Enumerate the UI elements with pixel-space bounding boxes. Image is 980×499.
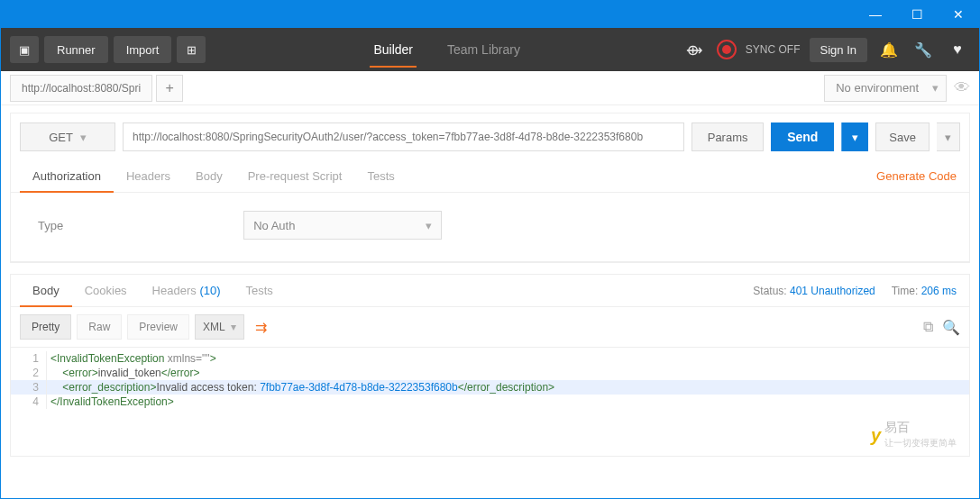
tab-strip: http://localhost:8080/Spri + No environm… bbox=[1, 71, 979, 105]
save-button[interactable]: Save bbox=[875, 122, 930, 151]
send-dropdown[interactable]: ▾ bbox=[841, 122, 868, 151]
new-tab-icon: ⊞ bbox=[187, 43, 197, 57]
tab-prerequest[interactable]: Pre-request Script bbox=[235, 160, 355, 192]
request-row: GET ▾ Params Send ▾ Save ▾ bbox=[11, 113, 969, 160]
heart-icon[interactable]: ♥ bbox=[945, 41, 970, 58]
response-tabs: Body Cookies Headers (10) Tests Status: … bbox=[11, 275, 969, 307]
format-select[interactable]: XML ▾ bbox=[195, 314, 244, 340]
resp-tab-headers[interactable]: Headers (10) bbox=[140, 275, 234, 306]
request-tabs: Authorization Headers Body Pre-request S… bbox=[11, 160, 969, 193]
view-options: Pretty Raw Preview XML ▾ ⇉ ⧉ 🔍 bbox=[11, 307, 969, 348]
response-panel: Body Cookies Headers (10) Tests Status: … bbox=[10, 274, 970, 457]
capture-icon[interactable]: ⟴ bbox=[682, 41, 708, 59]
maximize-button[interactable]: ☐ bbox=[896, 1, 938, 28]
view-raw[interactable]: Raw bbox=[77, 314, 122, 340]
app-toolbar: ▣ Runner Import ⊞ Builder Team Library ⟴… bbox=[1, 28, 979, 71]
logo-icon: y bbox=[871, 428, 881, 442]
response-status: Status: 401 Unauthorized Time: 206 ms bbox=[749, 276, 960, 306]
notifications-icon[interactable]: 🔔 bbox=[876, 41, 902, 59]
view-preview[interactable]: Preview bbox=[127, 314, 189, 340]
runner-button[interactable]: Runner bbox=[44, 36, 108, 63]
add-tab-button[interactable]: + bbox=[156, 75, 183, 102]
url-input[interactable] bbox=[123, 122, 684, 151]
auth-type-select[interactable]: No Auth ▾ bbox=[243, 211, 442, 240]
status-code: 401 Unauthorized bbox=[790, 285, 875, 297]
auth-type-label: Type bbox=[38, 219, 63, 232]
send-button[interactable]: Send bbox=[771, 122, 834, 151]
import-button[interactable]: Import bbox=[114, 36, 172, 63]
response-time: 206 ms bbox=[921, 285, 957, 297]
chevron-down-icon: ▾ bbox=[80, 131, 87, 144]
params-button[interactable]: Params bbox=[691, 122, 764, 151]
response-body[interactable]: 1<InvalidTokenException xmlns=""> 2 <err… bbox=[11, 348, 969, 456]
toolbar-right: ⟴ SYNC OFF Sign In 🔔 🔧 ♥ bbox=[682, 38, 970, 62]
copy-icon[interactable]: ⧉ bbox=[923, 319, 933, 336]
tab-builder[interactable]: Builder bbox=[370, 32, 417, 68]
wrap-lines-icon[interactable]: ⇉ bbox=[250, 319, 272, 336]
resp-tab-body[interactable]: Body bbox=[20, 275, 72, 306]
request-panel: GET ▾ Params Send ▾ Save ▾ Authorization… bbox=[10, 113, 970, 263]
environment-select[interactable]: No environment bbox=[824, 75, 947, 102]
chevron-down-icon: ▾ bbox=[231, 321, 236, 333]
search-icon[interactable]: 🔍 bbox=[942, 319, 960, 336]
http-method-select[interactable]: GET ▾ bbox=[20, 122, 115, 151]
watermark: y 易百 让一切变得更简单 bbox=[871, 420, 957, 450]
sync-status: SYNC OFF bbox=[746, 43, 801, 56]
tab-tests[interactable]: Tests bbox=[354, 160, 407, 192]
window-titlebar: — ☐ ✕ bbox=[1, 1, 979, 28]
header-count: (10) bbox=[199, 284, 220, 297]
tab-authorization[interactable]: Authorization bbox=[20, 160, 114, 192]
new-tab-button[interactable]: ⊞ bbox=[177, 36, 206, 63]
minimize-button[interactable]: — bbox=[855, 1, 896, 28]
chevron-down-icon: ▾ bbox=[426, 219, 432, 232]
resp-tab-tests[interactable]: Tests bbox=[234, 275, 286, 306]
settings-icon[interactable]: 🔧 bbox=[911, 41, 936, 59]
tab-headers[interactable]: Headers bbox=[114, 160, 183, 192]
auth-pane: Type No Auth ▾ bbox=[11, 193, 969, 262]
record-icon[interactable] bbox=[717, 40, 737, 59]
method-label: GET bbox=[49, 131, 73, 144]
auth-type-value: No Auth bbox=[253, 219, 295, 232]
toggle-sidebar-button[interactable]: ▣ bbox=[10, 36, 39, 63]
sidebar-icon: ▣ bbox=[19, 43, 30, 57]
main-tabs: Builder Team Library bbox=[211, 28, 682, 71]
environment-preview-icon[interactable]: 👁 bbox=[954, 78, 970, 97]
sign-in-button[interactable]: Sign In bbox=[810, 38, 867, 62]
resp-tab-cookies[interactable]: Cookies bbox=[72, 275, 140, 306]
tab-team-library[interactable]: Team Library bbox=[444, 32, 524, 68]
tab-body[interactable]: Body bbox=[183, 160, 235, 192]
close-button[interactable]: ✕ bbox=[938, 1, 979, 28]
request-tab[interactable]: http://localhost:8080/Spri bbox=[10, 75, 152, 102]
view-pretty[interactable]: Pretty bbox=[20, 314, 71, 340]
save-dropdown[interactable]: ▾ bbox=[937, 122, 960, 151]
generate-code-link[interactable]: Generate Code bbox=[873, 160, 960, 192]
